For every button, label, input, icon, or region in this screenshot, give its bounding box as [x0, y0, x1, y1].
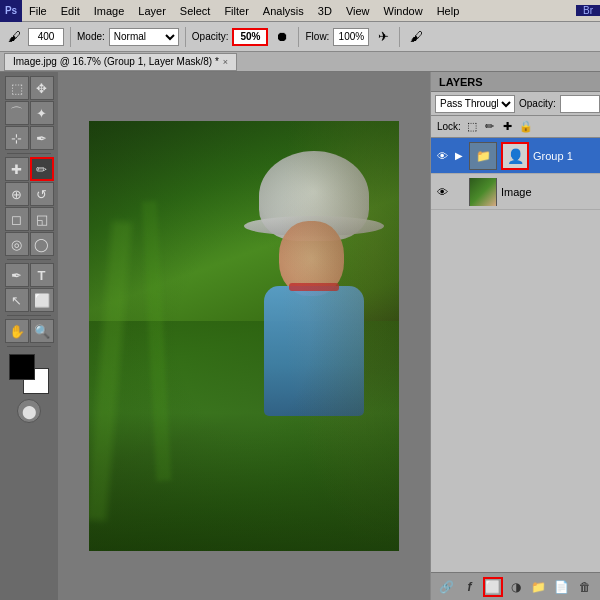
layer-mask-group1[interactable]: 👤 [501, 142, 529, 170]
menu-window[interactable]: Window [377, 0, 430, 21]
new-group-button[interactable]: 📁 [529, 577, 549, 597]
options-bar: 🖌 Mode: Normal Dissolve Multiply Opacity… [0, 22, 600, 52]
color-swatch[interactable] [9, 354, 49, 394]
airbrush-icon[interactable]: 🖌 [406, 27, 426, 47]
menu-view[interactable]: View [339, 0, 377, 21]
brush-size-input[interactable] [28, 28, 64, 46]
layer-eye-group1[interactable]: 👁 [435, 149, 449, 163]
image-tab[interactable]: Image.jpg @ 16.7% (Group 1, Layer Mask/8… [4, 53, 237, 71]
tool-row-5: ⊕ ↺ [5, 182, 54, 206]
tool-row-4: ✚ ✏ [5, 157, 54, 181]
layers-header: LAYERS [431, 72, 600, 92]
crop-tool[interactable]: ⊹ [5, 126, 29, 150]
gradient-tool[interactable]: ◱ [30, 207, 54, 231]
mode-select[interactable]: Normal Dissolve Multiply [109, 28, 179, 46]
brush-options-icon: 🖌 [4, 27, 24, 47]
lasso-tool[interactable]: ⌒ [5, 101, 29, 125]
layer-thumb-group1: 📁 [469, 142, 497, 170]
menu-image[interactable]: Image [87, 0, 132, 21]
layer-link-image [453, 185, 465, 199]
eraser-tool[interactable]: ◻ [5, 207, 29, 231]
layer-item-image[interactable]: 👁 Image [431, 174, 600, 210]
lock-pixels-icon[interactable]: ⬚ [465, 120, 479, 134]
link-layers-button[interactable]: 🔗 [437, 577, 457, 597]
layers-title: LAYERS [439, 76, 483, 88]
zoom-tool[interactable]: 🔍 [30, 319, 54, 343]
move-tool[interactable]: ✥ [30, 76, 54, 100]
opacity-label: Opacity: [519, 98, 556, 109]
person-icon: 👤 [507, 148, 524, 164]
layer-link-group1: ▶ [453, 149, 465, 163]
path-selection-tool[interactable]: ↖ [5, 288, 29, 312]
mode-label: Mode: [77, 31, 105, 42]
main-area: ⬚ ✥ ⌒ ✦ ⊹ ✒ ✚ ✏ ⊕ ↺ ◻ ◱ ◎ ◯ ✒ [0, 72, 600, 600]
menu-analysis[interactable]: Analysis [256, 0, 311, 21]
layer-eye-image[interactable]: 👁 [435, 185, 449, 199]
magic-wand-tool[interactable]: ✦ [30, 101, 54, 125]
clone-tool[interactable]: ⊕ [5, 182, 29, 206]
bridge-button[interactable]: Br [576, 5, 600, 16]
flow-label: Flow: [305, 31, 329, 42]
lock-all-icon[interactable]: 🔒 [519, 120, 533, 134]
marquee-tool[interactable]: ⬚ [5, 76, 29, 100]
layers-lock-row: Lock: ⬚ ✏ ✚ 🔒 [431, 116, 600, 138]
ps-logo: Ps [0, 0, 22, 22]
tool-row-3: ⊹ ✒ [5, 126, 54, 150]
opacity-input[interactable] [232, 28, 268, 46]
blur-tool[interactable]: ◎ [5, 232, 29, 256]
layers-footer: 🔗 f ⬜ ◑ 📁 📄 🗑 [431, 572, 600, 600]
tool-row-2: ⌒ ✦ [5, 101, 54, 125]
tool-row-extra: ⬤ [17, 399, 41, 423]
type-tool[interactable]: T [30, 263, 54, 287]
lock-move-icon[interactable]: ✚ [501, 120, 515, 134]
tool-row-6: ◻ ◱ [5, 207, 54, 231]
tab-close-button[interactable]: × [223, 57, 228, 67]
menu-file[interactable]: File [22, 0, 54, 21]
tool-row-7: ◎ ◯ [5, 232, 54, 256]
adjustment-button[interactable]: ◑ [506, 577, 526, 597]
layer-name-group1: Group 1 [533, 150, 596, 162]
blend-mode-select[interactable]: Pass Through Normal Multiply [435, 95, 515, 113]
pen-tool[interactable]: ✒ [5, 263, 29, 287]
quick-mask-tool[interactable]: ⬤ [17, 399, 41, 423]
tab-bar: Image.jpg @ 16.7% (Group 1, Layer Mask/8… [0, 52, 600, 72]
folder-icon: 📁 [476, 149, 491, 163]
tool-row-8: ✒ T [5, 263, 54, 287]
sep3 [298, 27, 299, 47]
history-tool[interactable]: ↺ [30, 182, 54, 206]
flow-icon: ✈ [373, 27, 393, 47]
healing-tool[interactable]: ✚ [5, 157, 29, 181]
layer-opacity-input[interactable] [560, 95, 600, 113]
brush-tool[interactable]: ✏ [30, 157, 54, 181]
flow-input[interactable] [333, 28, 369, 46]
layers-list: 👁 ▶ 📁 👤 Group 1 👁 Image [431, 138, 600, 572]
eyedropper-tool[interactable]: ✒ [30, 126, 54, 150]
new-layer-button[interactable]: 📄 [552, 577, 572, 597]
lock-label: Lock: [437, 121, 461, 132]
menu-bar: Ps File Edit Image Layer Select Filter A… [0, 0, 600, 22]
toolbar: ⬚ ✥ ⌒ ✦ ⊹ ✒ ✚ ✏ ⊕ ↺ ◻ ◱ ◎ ◯ ✒ [0, 72, 58, 600]
menu-layer[interactable]: Layer [131, 0, 173, 21]
menu-edit[interactable]: Edit [54, 0, 87, 21]
tool-sep-1 [7, 153, 51, 154]
layer-name-image: Image [501, 186, 596, 198]
tool-sep-3 [7, 315, 51, 316]
layers-options: Pass Through Normal Multiply Opacity: [431, 92, 600, 116]
layer-item-group1[interactable]: 👁 ▶ 📁 👤 Group 1 [431, 138, 600, 174]
layer-thumb-image [469, 178, 497, 206]
foreground-color-swatch[interactable] [9, 354, 35, 380]
menu-3d[interactable]: 3D [311, 0, 339, 21]
tool-sep-2 [7, 259, 51, 260]
dodge-tool[interactable]: ◯ [30, 232, 54, 256]
fx-button[interactable]: f [460, 577, 480, 597]
hand-tool[interactable]: ✋ [5, 319, 29, 343]
shape-tool[interactable]: ⬜ [30, 288, 54, 312]
tool-row-9: ↖ ⬜ [5, 288, 54, 312]
delete-layer-button[interactable]: 🗑 [575, 577, 595, 597]
menu-help[interactable]: Help [430, 0, 467, 21]
lock-position-icon[interactable]: ✏ [483, 120, 497, 134]
add-mask-button[interactable]: ⬜ [483, 577, 503, 597]
menu-filter[interactable]: Filter [217, 0, 255, 21]
menu-select[interactable]: Select [173, 0, 218, 21]
canvas-area[interactable] [58, 72, 430, 600]
